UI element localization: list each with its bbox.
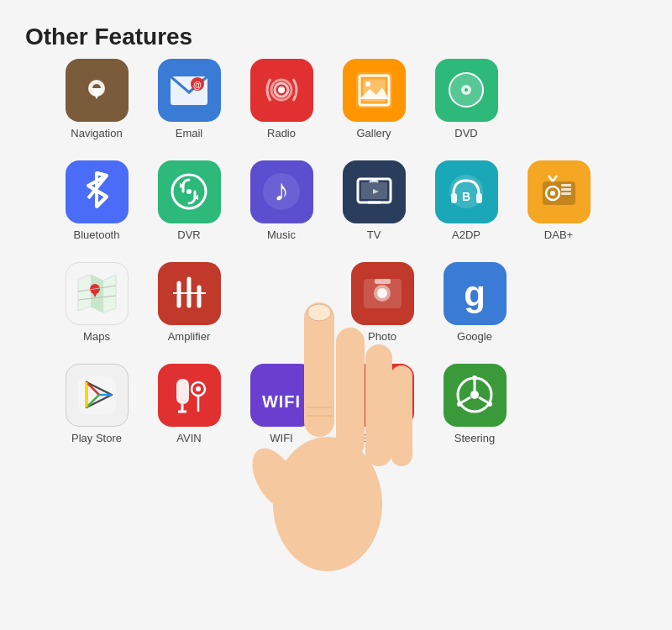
app-avin[interactable]: AVIN xyxy=(143,364,235,444)
svg-rect-34 xyxy=(561,184,571,186)
svg-point-12 xyxy=(365,81,370,87)
svg-rect-36 xyxy=(561,192,571,195)
app-music[interactable]: ♪ Music xyxy=(235,160,328,241)
maps-label: Maps xyxy=(83,330,110,343)
photo-label: Photo xyxy=(368,330,396,343)
svg-text:g: g xyxy=(464,274,486,313)
svg-point-17 xyxy=(465,88,468,92)
app-wifi[interactable]: WIFI WIFI xyxy=(235,364,328,444)
svg-point-77 xyxy=(472,375,477,381)
svg-point-68 xyxy=(365,378,399,412)
svg-point-8 xyxy=(278,87,285,93)
app-amplifier[interactable]: Amplifier xyxy=(143,262,235,343)
svg-point-52 xyxy=(377,288,387,298)
svg-point-69 xyxy=(386,383,394,391)
svg-rect-53 xyxy=(375,279,391,284)
svg-line-38 xyxy=(553,176,557,181)
music-label: Music xyxy=(267,228,296,241)
app-gallery[interactable]: Gallery xyxy=(328,59,420,139)
svg-point-65 xyxy=(196,386,201,391)
app-tv[interactable]: TV xyxy=(328,160,420,241)
app-dvd[interactable]: DVD xyxy=(420,59,512,139)
app-email[interactable]: @ Email xyxy=(143,59,235,139)
a2dp-label: A2DP xyxy=(452,228,480,241)
svg-point-19 xyxy=(186,189,192,194)
svg-point-80 xyxy=(273,437,382,571)
svg-point-33 xyxy=(550,191,555,196)
avin-label: AVIN xyxy=(176,432,201,444)
wifi-label: WIFI xyxy=(270,432,292,444)
google-label: Google xyxy=(457,330,492,343)
svg-rect-35 xyxy=(561,188,571,191)
svg-rect-29 xyxy=(476,193,482,203)
bluetooth-label: Bluetooth xyxy=(74,228,120,241)
svg-point-79 xyxy=(487,402,492,407)
page-title: Other Features xyxy=(0,0,672,59)
svg-text:♪: ♪ xyxy=(274,173,289,207)
email-label: Email xyxy=(176,127,203,139)
playstore-label: Play Store xyxy=(71,432,122,444)
app-google[interactable]: g Google xyxy=(428,262,521,343)
svg-marker-40 xyxy=(91,275,103,312)
svg-point-73 xyxy=(470,391,479,399)
dvr-label: DVR xyxy=(177,228,200,241)
gallery-label: Gallery xyxy=(356,127,391,139)
svg-text:B: B xyxy=(461,190,470,203)
svg-text:WIFI: WIFI xyxy=(261,392,300,411)
app-navigation[interactable]: Navigation xyxy=(50,59,143,139)
app-a2dp[interactable]: B A2DP xyxy=(420,160,512,241)
svg-rect-28 xyxy=(451,193,457,203)
app-photo[interactable]: Photo xyxy=(336,262,428,343)
tv-label: TV xyxy=(367,228,381,241)
svg-point-78 xyxy=(457,402,462,407)
svg-rect-61 xyxy=(176,379,189,404)
svg-line-75 xyxy=(460,397,470,403)
svg-line-76 xyxy=(479,397,489,403)
dab-label: DAB+ xyxy=(544,228,573,241)
svg-point-71 xyxy=(373,405,380,412)
app-steering[interactable]: Steering xyxy=(428,364,521,444)
gpsinfo-label: GPS Info xyxy=(360,432,405,444)
amplifier-label: Amplifier xyxy=(168,330,211,343)
dvd-label: DVD xyxy=(454,127,477,139)
app-dvr[interactable]: DVR xyxy=(143,160,235,241)
app-playstore[interactable]: Play Store xyxy=(50,364,143,444)
svg-text:@: @ xyxy=(193,81,202,90)
radio-label: Radio xyxy=(267,127,296,139)
app-gpsinfo[interactable]: GPS Info xyxy=(336,364,428,444)
app-dab[interactable]: DAB+ xyxy=(512,160,605,241)
app-bluetooth[interactable]: Bluetooth xyxy=(50,160,143,241)
navigation-label: Navigation xyxy=(71,127,122,139)
steering-label: Steering xyxy=(454,432,495,444)
app-radio[interactable]: Radio xyxy=(235,59,328,139)
app-maps[interactable]: Maps xyxy=(50,262,143,343)
